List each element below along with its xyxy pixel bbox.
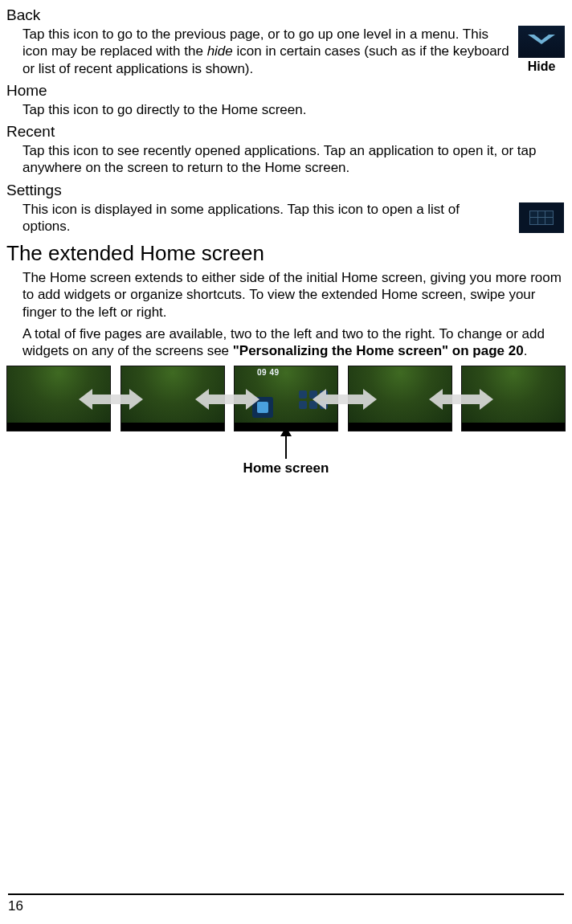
personalizing-reference: "Personalizing the Home screen" on page …	[233, 343, 524, 358]
home-screens-illustration: 09 49	[6, 366, 566, 431]
home-app-large-icon	[252, 397, 273, 418]
extended-screen-left	[121, 366, 225, 431]
recent-heading: Recent	[6, 123, 566, 141]
extended-screen-right	[348, 366, 452, 431]
home-description: Tap this icon to go directly to the Home…	[6, 101, 566, 118]
ext-p2b: .	[524, 343, 528, 358]
back-description: Tap this icon to go to the previous page…	[6, 26, 509, 77]
settings-heading: Settings	[6, 182, 566, 199]
back-heading: Back	[6, 6, 566, 24]
home-heading: Home	[6, 82, 566, 100]
extended-home-p2: A total of five pages are available, two…	[6, 325, 566, 360]
hide-word: hide	[207, 43, 233, 59]
settings-description: This icon is displayed in some applicati…	[6, 201, 509, 235]
hide-icon-caption: Hide	[528, 59, 556, 74]
home-app-icons	[299, 390, 328, 409]
recent-description: Tap this icon to see recently opened app…	[6, 142, 566, 177]
extended-home-heading: The extended Home screen	[6, 241, 566, 266]
extended-screen-far-right	[461, 366, 566, 431]
status-time: 09 49	[257, 368, 280, 377]
home-screen-pointer-label: Home screen	[243, 460, 329, 476]
settings-icon	[519, 202, 564, 233]
extended-home-p1: The Home screen extends to either side o…	[6, 269, 566, 321]
extended-screen-far-left	[6, 366, 111, 431]
page-number: 16	[8, 893, 564, 914]
pointer-arrow-icon	[285, 435, 287, 459]
main-home-screen: 09 49	[234, 366, 338, 431]
hide-icon	[518, 26, 565, 58]
